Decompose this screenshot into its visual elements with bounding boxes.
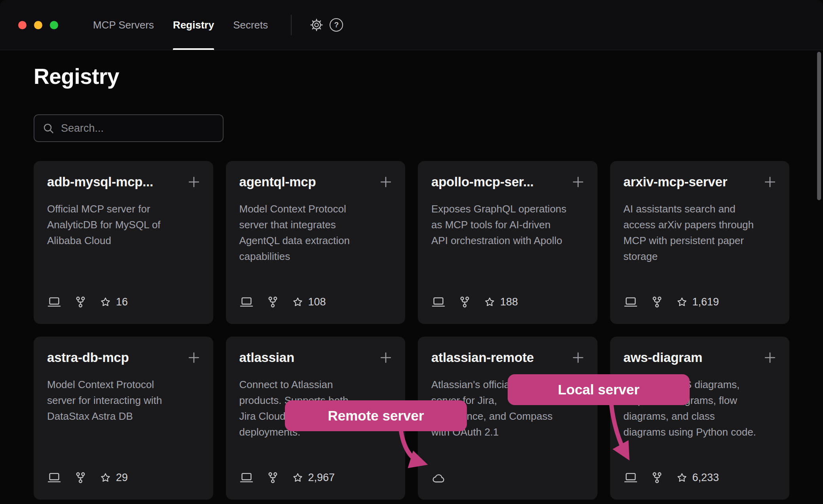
page-title: Registry (34, 64, 789, 89)
remote-server-callout-label: Remote server (328, 408, 424, 424)
server-meta: 2,967 (239, 472, 335, 484)
laptop-icon (239, 472, 254, 484)
star-icon (292, 472, 303, 483)
add-server-button[interactable] (762, 174, 777, 191)
server-description: AI assistants search and access arXiv pa… (624, 201, 776, 264)
search-icon (42, 122, 55, 135)
star-count-value: 6,233 (692, 472, 719, 484)
server-grid: adb-mysql-mcp... Official MCP server for… (34, 161, 789, 500)
star-count-value: 29 (116, 472, 128, 484)
fork-icon (651, 296, 663, 308)
star-icon (676, 296, 688, 308)
server-description: Model Context Protocol server that integ… (239, 201, 392, 264)
star-icon (676, 472, 688, 483)
registry-page: Registry adb-mysql-mcp... Official MCP s… (0, 64, 823, 500)
server-meta: 29 (47, 472, 128, 484)
tab-registry[interactable]: Registry (173, 0, 214, 50)
cloud-icon (431, 473, 446, 484)
star-count: 2,967 (292, 472, 335, 484)
server-name: atlassian-remote (431, 350, 534, 365)
tab-mcp-servers[interactable]: MCP Servers (93, 0, 154, 50)
plus-icon (378, 350, 393, 365)
star-icon (292, 296, 303, 308)
plus-icon (571, 350, 586, 365)
star-count-value: 188 (500, 296, 518, 308)
add-server-button[interactable] (762, 350, 777, 366)
server-meta (431, 473, 446, 484)
add-server-button[interactable] (186, 350, 201, 366)
server-name: apollo-mcp-ser... (431, 174, 534, 189)
help-glyph: ? (334, 21, 339, 29)
scrollbar-thumb[interactable] (817, 52, 821, 200)
add-server-button[interactable] (186, 174, 201, 191)
fork-icon (75, 296, 86, 308)
fork-icon (459, 296, 470, 308)
tab-secrets[interactable]: Secrets (233, 0, 268, 50)
star-count-value: 108 (308, 296, 326, 308)
star-count: 29 (100, 472, 128, 484)
server-name: aws-diagram (624, 350, 703, 365)
titlebar: MCP Servers Registry Secrets ? (0, 0, 823, 50)
server-description: Model Context Protocol server for intera… (47, 377, 200, 424)
server-meta: 6,233 (624, 472, 719, 484)
local-server-callout-label: Local server (558, 382, 639, 398)
remote-server-callout: Remote server (285, 400, 467, 431)
server-card-aws-diagram: aws-diagram Generate AWS diagrams, seque… (610, 337, 790, 500)
laptop-icon (47, 296, 61, 308)
search-input[interactable] (61, 122, 215, 135)
zoom-window-button[interactable] (50, 21, 58, 29)
server-card-adb-mysql-mcp: adb-mysql-mcp... Official MCP server for… (34, 161, 213, 324)
star-count-value: 16 (116, 296, 128, 308)
plus-icon (186, 174, 201, 189)
laptop-icon (239, 296, 254, 308)
close-window-button[interactable] (18, 21, 27, 29)
laptop-icon (624, 472, 638, 484)
server-description: Official MCP server for AnalyticDB for M… (47, 201, 200, 248)
laptop-icon (624, 296, 638, 308)
fork-icon (267, 472, 279, 483)
add-server-button[interactable] (571, 350, 586, 366)
star-count: 6,233 (676, 472, 719, 484)
app-window: MCP Servers Registry Secrets ? Registry … (0, 0, 823, 504)
server-card-apollo-mcp-server: apollo-mcp-ser... Exposes GraphQL operat… (418, 161, 597, 324)
server-card-arxiv-mcp-server: arxiv-mcp-server AI assistants search an… (610, 161, 790, 324)
star-count: 1,619 (676, 296, 719, 308)
server-card-agentql-mcp: agentql-mcp Model Context Protocol serve… (226, 161, 406, 324)
star-count-value: 1,619 (692, 296, 719, 308)
help-circle-icon: ? (330, 18, 343, 32)
add-server-button[interactable] (378, 174, 393, 191)
server-name: astra-db-mcp (47, 350, 129, 365)
gear-icon (310, 18, 323, 32)
star-count-value: 2,967 (308, 472, 335, 484)
server-name: atlassian (239, 350, 294, 365)
server-meta: 1,619 (624, 296, 719, 308)
star-icon (100, 472, 111, 483)
add-server-button[interactable] (571, 174, 586, 191)
search-box[interactable] (34, 114, 224, 142)
fork-icon (267, 296, 279, 308)
add-server-button[interactable] (378, 350, 393, 366)
fork-icon (75, 472, 86, 483)
star-count: 108 (292, 296, 326, 308)
server-meta: 108 (239, 296, 326, 308)
laptop-icon (47, 472, 61, 484)
server-name: arxiv-mcp-server (624, 174, 728, 189)
server-meta: 188 (431, 296, 518, 308)
plus-icon (762, 350, 777, 365)
plus-icon (762, 174, 777, 189)
settings-button[interactable] (307, 15, 326, 35)
main-nav: MCP Servers Registry Secrets (93, 0, 268, 50)
star-count: 16 (100, 296, 128, 308)
minimize-window-button[interactable] (34, 21, 42, 29)
server-description: Exposes GraphQL operations as MCP tools … (431, 201, 584, 248)
server-meta: 16 (47, 296, 128, 308)
star-count: 188 (484, 296, 518, 308)
star-icon (484, 296, 495, 308)
server-card-astra-db-mcp: astra-db-mcp Model Context Protocol serv… (34, 337, 213, 500)
laptop-icon (431, 296, 446, 308)
plus-icon (571, 174, 586, 189)
local-server-callout: Local server (508, 374, 690, 405)
server-name: agentql-mcp (239, 174, 316, 189)
help-button[interactable]: ? (326, 15, 346, 35)
titlebar-divider (291, 15, 292, 35)
